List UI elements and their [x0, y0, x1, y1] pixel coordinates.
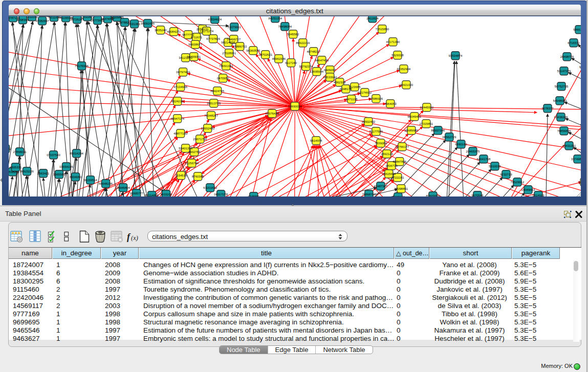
svg-text:76615654: 76615654 [382, 172, 396, 176]
svg-text:43487347: 43487347 [374, 185, 387, 188]
svg-text:2563421: 2563421 [37, 172, 49, 175]
svg-text:56159514: 56159514 [83, 179, 97, 182]
svg-text:33749894: 33749894 [571, 157, 581, 160]
svg-text:51079911: 51079911 [227, 25, 241, 28]
svg-text:65648236: 65648236 [99, 182, 113, 185]
svg-text:4505331: 4505331 [9, 166, 21, 169]
svg-text:84251354: 84251354 [268, 16, 282, 19]
svg-text:93174612: 93174612 [358, 91, 372, 94]
svg-text:06797403: 06797403 [176, 70, 190, 73]
svg-text:78856855: 78856855 [557, 129, 571, 132]
svg-text:03690034: 03690034 [288, 104, 301, 107]
svg-text:93352904: 93352904 [397, 67, 410, 70]
svg-text:4562328: 4562328 [334, 80, 346, 83]
svg-text:34123281: 34123281 [179, 56, 192, 59]
svg-text:99938677: 99938677 [188, 42, 202, 46]
svg-text:20465375: 20465375 [466, 149, 480, 152]
svg-text:49947174: 49947174 [170, 117, 184, 120]
svg-text:39502402: 39502402 [361, 120, 375, 123]
svg-text:80598262: 80598262 [9, 170, 20, 173]
svg-text:6117240: 6117240 [285, 61, 297, 64]
svg-text:78498084: 78498084 [278, 25, 292, 28]
svg-text:7154516: 7154516 [175, 174, 187, 177]
svg-text:86923226: 86923226 [20, 170, 34, 173]
svg-text:70348247: 70348247 [204, 114, 218, 117]
svg-text:73515850: 73515850 [375, 27, 389, 30]
svg-text:5098393: 5098393 [16, 18, 29, 21]
svg-text:23623166: 23623166 [391, 195, 405, 196]
svg-text:43171390: 43171390 [386, 40, 400, 43]
svg-text:39533942: 39533942 [323, 75, 337, 78]
svg-text:7839084: 7839084 [375, 141, 387, 144]
svg-text:07337543: 07337543 [47, 153, 60, 156]
svg-text:13171274: 13171274 [200, 29, 213, 32]
svg-text:18702621: 18702621 [258, 53, 272, 56]
svg-text:19049663: 19049663 [521, 188, 535, 191]
svg-text:93689980: 93689980 [404, 128, 418, 132]
svg-text:64641708: 64641708 [476, 157, 490, 160]
svg-text:79176936: 79176936 [75, 64, 89, 67]
svg-text:27868011: 27868011 [13, 150, 27, 153]
svg-text:4711671: 4711671 [190, 35, 203, 38]
svg-text:56049451: 56049451 [407, 115, 421, 118]
svg-text:3678377: 3678377 [541, 106, 554, 110]
svg-text:9670546: 9670546 [471, 194, 484, 196]
svg-text:1592124: 1592124 [381, 152, 393, 155]
svg-text:8324210: 8324210 [171, 99, 183, 102]
svg-text:29946804: 29946804 [116, 186, 130, 189]
svg-text:28498776: 28498776 [560, 55, 574, 58]
svg-text:10932480: 10932480 [201, 126, 214, 129]
svg-text:69847896: 69847896 [393, 160, 406, 163]
svg-text:3435240: 3435240 [154, 28, 166, 31]
svg-text:08317278: 08317278 [214, 193, 228, 196]
svg-text:03654145: 03654145 [59, 165, 73, 168]
svg-text:40748217: 40748217 [307, 50, 320, 53]
svg-text:51256746: 51256746 [185, 162, 199, 165]
svg-text:29671756: 29671756 [193, 137, 207, 140]
svg-text:67525459: 67525459 [580, 123, 581, 126]
svg-text:40084271: 40084271 [167, 30, 181, 33]
svg-text:5329318: 5329318 [391, 53, 404, 56]
svg-text:1640052: 1640052 [9, 147, 12, 150]
svg-text:43534624: 43534624 [208, 17, 222, 20]
svg-text:4902787: 4902787 [188, 150, 200, 153]
svg-text:8760385: 8760385 [191, 175, 204, 178]
svg-text:0470952: 0470952 [217, 76, 229, 79]
svg-text:06562729: 06562729 [442, 135, 456, 138]
svg-text:45961586: 45961586 [272, 57, 286, 60]
svg-text:28098851: 28098851 [394, 187, 408, 190]
svg-text:96360576: 96360576 [246, 49, 260, 52]
svg-text:87214895: 87214895 [145, 194, 159, 196]
svg-text:2411824: 2411824 [366, 16, 379, 19]
svg-text:59401399: 59401399 [179, 146, 192, 149]
svg-text:74529912: 74529912 [510, 181, 524, 184]
svg-text:4345581: 4345581 [248, 195, 260, 196]
svg-text:28421020: 28421020 [399, 83, 413, 86]
svg-text:6048175: 6048175 [340, 87, 352, 90]
svg-text:47134936: 47134936 [173, 85, 187, 88]
svg-text:1965569: 1965569 [53, 173, 65, 176]
svg-text:67737826: 67737826 [206, 37, 220, 40]
svg-text:67586926: 67586926 [369, 97, 383, 100]
svg-text:04499727: 04499727 [227, 37, 241, 40]
svg-text:96120183: 96120183 [579, 65, 581, 68]
svg-text:87603669: 87603669 [426, 194, 440, 196]
svg-text:63201632: 63201632 [203, 186, 217, 189]
svg-text:50752735: 50752735 [554, 84, 568, 87]
svg-text:44431351: 44431351 [562, 144, 576, 147]
svg-text:93792374: 93792374 [299, 64, 313, 68]
svg-text:55886753: 55886753 [233, 45, 247, 48]
svg-text:(x): (x) [131, 234, 138, 242]
svg-text:85014294: 85014294 [70, 151, 83, 155]
svg-text:01436349: 01436349 [554, 115, 568, 118]
svg-text:34309805: 34309805 [110, 16, 124, 19]
svg-text:9314919: 9314919 [532, 194, 545, 196]
svg-text:48877190: 48877190 [173, 132, 187, 135]
svg-text:53147379: 53147379 [557, 69, 571, 72]
svg-text:0471138: 0471138 [345, 97, 358, 100]
svg-text:94647436: 94647436 [315, 58, 329, 61]
svg-text:0229014: 0229014 [578, 181, 581, 184]
svg-text:13695944: 13695944 [310, 70, 323, 73]
svg-text:98214658: 98214658 [221, 40, 235, 43]
svg-text:5865185: 5865185 [573, 28, 581, 31]
